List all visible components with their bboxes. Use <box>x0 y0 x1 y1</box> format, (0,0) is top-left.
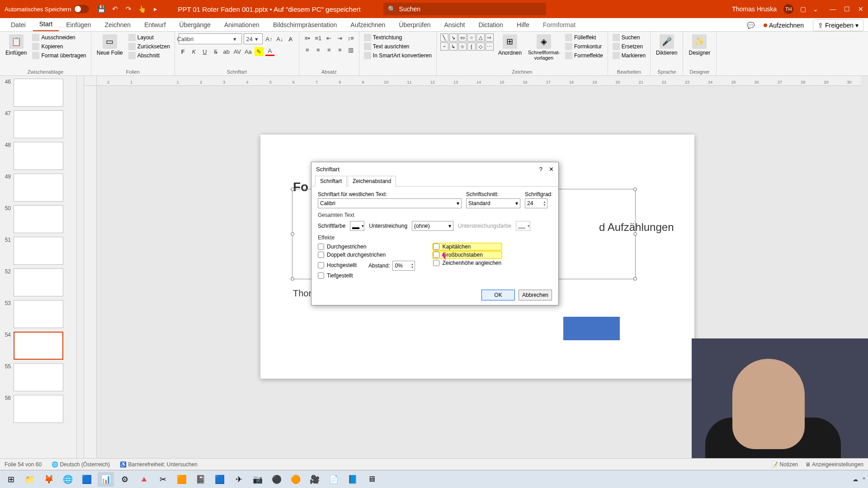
ok-button[interactable]: OK <box>481 290 515 300</box>
thumbnail-slide[interactable]: 47 <box>2 110 76 138</box>
taskbar-app2-icon[interactable]: 🟧 <box>174 472 190 487</box>
font-name-combo[interactable]: Calibri▾ <box>179 33 242 44</box>
help-icon[interactable]: ? <box>539 166 542 173</box>
paste-button[interactable]: 📋Einfügen <box>4 33 28 57</box>
columns-icon[interactable]: ▥ <box>346 45 355 54</box>
undo-icon[interactable]: ↶ <box>111 5 119 13</box>
search-box[interactable]: 🔍 Suchen <box>383 3 546 15</box>
tab-entwurf[interactable]: Entwurf <box>138 19 172 31</box>
char-spacing-icon[interactable]: AV <box>233 47 242 56</box>
thumbnail-slide[interactable]: 55 <box>2 363 76 391</box>
shape-curve-icon[interactable]: ~ <box>440 42 448 51</box>
touch-mode-icon[interactable]: 👆 <box>138 5 146 13</box>
offset-spinner[interactable]: 0%▲▼ <box>392 261 415 271</box>
increase-font-icon[interactable]: A↑ <box>264 34 274 43</box>
taskbar-explorer-icon[interactable]: 📁 <box>22 472 38 487</box>
autosave-toggle[interactable]: Automatisches Speichern <box>5 5 89 13</box>
increase-indent-icon[interactable]: ⇥ <box>335 33 344 42</box>
thumb-preview[interactable] <box>14 174 63 202</box>
tray-chevron-icon[interactable]: ^ <box>863 476 865 483</box>
thumbnail-slide[interactable]: 56 <box>2 395 76 423</box>
tray-weather-icon[interactable]: ☁ <box>853 476 858 483</box>
font-style-combo[interactable]: Standard▾ <box>466 198 520 208</box>
thumb-preview[interactable] <box>14 110 63 138</box>
taskbar-zoom-icon[interactable]: 🎥 <box>307 472 323 487</box>
thumb-preview[interactable] <box>14 142 63 170</box>
font-color-icon[interactable]: A <box>265 47 274 56</box>
designer-button[interactable]: ✨Designer <box>687 33 712 57</box>
dictate-button[interactable]: 🎤Diktieren <box>654 33 679 57</box>
change-case-icon[interactable]: Aa <box>244 47 253 56</box>
underline-icon[interactable]: U <box>200 47 209 56</box>
taskbar-snip-icon[interactable]: ✂ <box>155 472 171 487</box>
new-slide-button[interactable]: ▭Neue Folie <box>95 33 125 57</box>
highlight-icon[interactable]: ✎ <box>255 47 264 56</box>
arrange-button[interactable]: ⊞Anordnen <box>496 33 524 57</box>
redo-icon[interactable]: ↷ <box>124 5 132 13</box>
shape-fill-button[interactable]: Fülleffekt <box>564 33 604 42</box>
align-center-icon[interactable]: ≡ <box>314 45 323 54</box>
taskbar-onenote-icon[interactable]: 📓 <box>193 472 209 487</box>
checkbox-all-caps[interactable]: Großbuchstaben <box>433 252 501 258</box>
vertical-ruler[interactable] <box>84 86 97 458</box>
tab-aufzeichnen[interactable]: Aufzeichnen <box>344 19 392 31</box>
align-right-icon[interactable]: ≡ <box>325 45 334 54</box>
dialog-tab-schriftart[interactable]: Schriftart <box>315 176 347 187</box>
tab-ansicht[interactable]: Ansicht <box>438 19 471 31</box>
minimize-icon[interactable]: — <box>830 5 836 13</box>
blue-rectangle-shape[interactable] <box>563 317 620 340</box>
shape-connector-icon[interactable]: ↳ <box>449 42 458 51</box>
thumb-scrollbar[interactable] <box>77 76 84 458</box>
thumb-preview[interactable] <box>14 300 63 328</box>
clear-formatting-icon[interactable]: A̷ <box>286 34 295 43</box>
taskbar-app7-icon[interactable]: 🖥 <box>363 472 380 487</box>
cancel-button[interactable]: Abbrechen <box>519 290 552 300</box>
underline-color-picker[interactable]: ▾ <box>516 221 530 231</box>
taskbar-telegram-icon[interactable]: ✈ <box>231 472 247 487</box>
bold-icon[interactable]: F <box>179 47 188 56</box>
checkbox-equalize-height[interactable]: Zeichenhöhe angleichen <box>433 260 501 266</box>
taskbar-obs-icon[interactable]: ⚫ <box>269 472 285 487</box>
display-settings[interactable]: 🖥 Anzeigeeinstellungen <box>805 461 863 468</box>
text-direction-button[interactable]: Textrichtung <box>363 33 433 42</box>
document-title[interactable]: PPT 01 Roter Faden 001.pptx • Auf "diese… <box>178 5 360 13</box>
taskbar-vlc-icon[interactable]: 🔺 <box>136 472 152 487</box>
thumbnail-slide[interactable]: 50 <box>2 205 76 233</box>
taskbar-app6-icon[interactable]: 📄 <box>326 472 342 487</box>
slide-counter[interactable]: Folie 54 von 60 <box>5 461 42 468</box>
thumbnail-slide[interactable]: 51 <box>2 237 76 265</box>
taskbar-app3-icon[interactable]: 🟦 <box>212 472 228 487</box>
resize-handle[interactable] <box>291 277 294 281</box>
language-indicator[interactable]: 🌐 Deutsch (Österreich) <box>52 461 110 468</box>
tab-formformat[interactable]: Formformat <box>537 19 582 31</box>
resize-handle[interactable] <box>291 232 294 236</box>
shape-more-icon[interactable]: ⋯ <box>486 42 494 51</box>
copy-button[interactable]: Kopieren <box>31 42 87 51</box>
taskbar-app-icon[interactable]: ⚙ <box>117 472 133 487</box>
notes-toggle[interactable]: 📝 Notizen <box>771 461 798 468</box>
dialog-titlebar[interactable]: Schriftart ? ✕ <box>311 162 558 176</box>
checkbox-double-strikethrough[interactable]: Doppelt durchgestrichen <box>318 252 415 258</box>
thumb-preview[interactable] <box>14 395 63 423</box>
font-western-combo[interactable]: Calibri▾ <box>318 198 462 208</box>
underline-style-combo[interactable]: (ohne)▾ <box>412 221 453 231</box>
slide-thumbnails[interactable]: 4647484950515253545556 <box>0 76 77 458</box>
shape-arrow2-icon[interactable]: ⇨ <box>486 33 494 42</box>
tab-ueberpruefen[interactable]: Überprüfen <box>392 19 437 31</box>
close-dialog-icon[interactable]: ✕ <box>549 166 554 173</box>
decrease-indent-icon[interactable]: ⇤ <box>325 33 334 42</box>
start-button[interactable]: ⊞ <box>3 472 19 487</box>
thumbnail-slide[interactable]: 46 <box>2 79 76 107</box>
find-button[interactable]: Suchen <box>612 33 646 42</box>
line-spacing-icon[interactable]: ↕≡ <box>346 33 355 42</box>
tab-animationen[interactable]: Animationen <box>218 19 266 31</box>
shape-arrow-icon[interactable]: ↘ <box>449 33 458 42</box>
taskbar-word-icon[interactable]: 📘 <box>344 472 361 487</box>
spin-up-icon[interactable]: ▲ <box>543 200 546 203</box>
dialog-tab-zeichenabstand[interactable]: Zeichenabstand <box>348 176 396 187</box>
thumb-preview[interactable] <box>14 79 63 107</box>
layout-button[interactable]: Layout <box>127 33 171 42</box>
resize-handle[interactable] <box>633 277 637 281</box>
font-size-spinner[interactable]: 24▲▼ <box>525 198 547 208</box>
format-painter-button[interactable]: Format übertragen <box>31 52 87 60</box>
